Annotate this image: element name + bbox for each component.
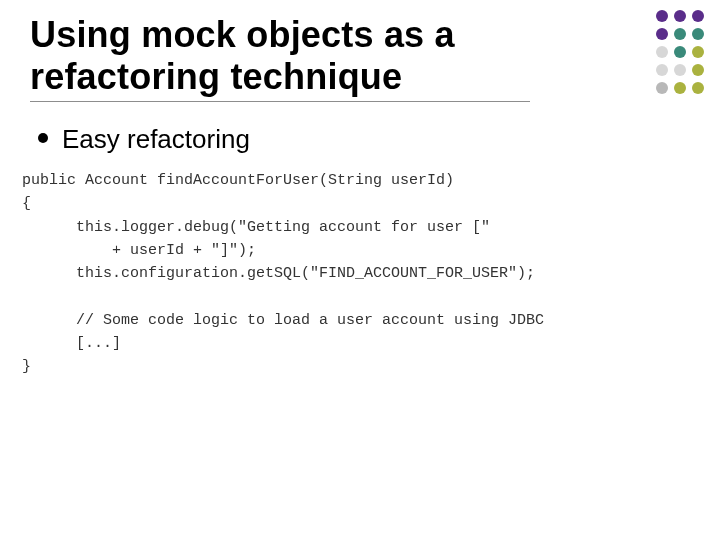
code-snippet: public Account findAccountForUser(String… <box>22 169 690 378</box>
deco-dot <box>692 28 704 40</box>
deco-dot <box>692 82 704 94</box>
title-line-2: refactoring technique <box>30 56 402 97</box>
deco-dot <box>692 10 704 22</box>
deco-dot <box>656 64 668 76</box>
deco-dot <box>674 28 686 40</box>
bullet-list: Easy refactoring <box>30 124 690 155</box>
deco-dot <box>656 46 668 58</box>
deco-dot <box>656 28 668 40</box>
bullet-text: Easy refactoring <box>62 124 250 155</box>
bullet-icon <box>38 133 48 143</box>
deco-col-2 <box>674 10 686 94</box>
slide: Using mock objects as a refactoring tech… <box>0 0 720 540</box>
deco-dot <box>656 10 668 22</box>
deco-dot <box>674 64 686 76</box>
deco-col-1 <box>656 10 668 94</box>
decorative-dot-grid <box>656 10 704 94</box>
deco-dot <box>674 82 686 94</box>
deco-dot <box>692 46 704 58</box>
deco-dot <box>674 46 686 58</box>
title-line-1: Using mock objects as a <box>30 14 455 55</box>
deco-dot <box>692 64 704 76</box>
deco-dot <box>674 10 686 22</box>
title-underline: Using mock objects as a refactoring tech… <box>30 14 530 102</box>
slide-title: Using mock objects as a refactoring tech… <box>30 14 530 99</box>
deco-col-3 <box>692 10 704 94</box>
deco-dot <box>656 82 668 94</box>
list-item: Easy refactoring <box>38 124 690 155</box>
